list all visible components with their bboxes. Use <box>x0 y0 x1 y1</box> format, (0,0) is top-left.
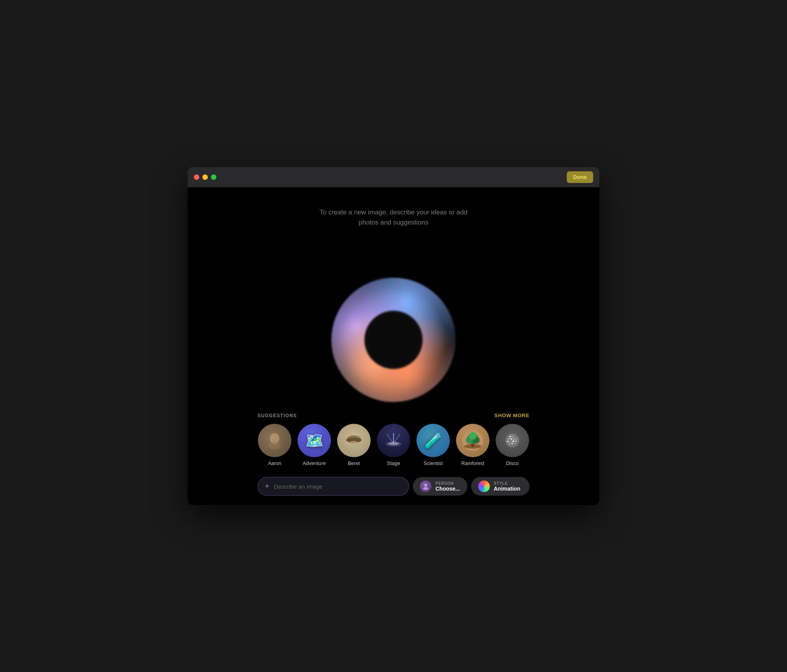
person-mainlabel: Choose... <box>435 486 460 492</box>
suggestion-icon-scientist: 🧪 <box>416 424 450 457</box>
style-mainlabel: Animation <box>494 486 520 492</box>
describe-input[interactable] <box>274 483 402 490</box>
orb-glow <box>331 278 456 402</box>
person-button[interactable]: PERSON Choose... <box>413 477 467 496</box>
suggestion-item-scientist[interactable]: 🧪 Scientist <box>416 424 450 466</box>
svg-rect-30 <box>514 443 516 444</box>
svg-point-31 <box>510 436 511 437</box>
suggestion-item-aaron[interactable]: Aaron <box>258 424 291 466</box>
close-button[interactable] <box>194 174 199 180</box>
person-sublabel: PERSON <box>435 481 454 486</box>
suggestion-item-rainforest[interactable]: Rainforest <box>456 424 489 466</box>
suggestion-item-beret[interactable]: Beret <box>337 424 371 466</box>
svg-rect-20 <box>508 438 510 440</box>
suggestion-label-rainforest: Rainforest <box>461 460 484 466</box>
suggestion-icon-stage <box>377 424 410 457</box>
person-text-group: PERSON Choose... <box>435 481 460 492</box>
show-more-button[interactable]: SHOW MORE <box>494 413 529 418</box>
suggestions-section: SUGGESTIONS SHOW MORE Aaron <box>188 405 599 472</box>
traffic-lights <box>194 174 216 180</box>
style-button[interactable]: STYLE Animation <box>471 477 529 496</box>
suggestion-icon-disco <box>496 424 529 457</box>
svg-rect-27 <box>515 440 517 442</box>
suggestion-icon-rainforest <box>456 424 489 457</box>
main-canvas: To create a new image, describe your ide… <box>188 187 599 505</box>
hint-text: To create a new image, describe your ide… <box>320 207 468 227</box>
suggestions-grid: Aaron 🗺️ Adventure <box>258 424 529 466</box>
sparkle-icon: ✦ <box>264 482 270 491</box>
suggestion-icon-beret <box>337 424 371 457</box>
svg-point-34 <box>424 484 427 487</box>
svg-point-16 <box>469 432 477 440</box>
suggestion-item-disco[interactable]: Disco <box>496 424 529 466</box>
maximize-button[interactable] <box>211 174 216 180</box>
orb-ring <box>331 278 456 402</box>
titlebar: Done <box>188 167 599 187</box>
svg-point-35 <box>423 487 428 490</box>
svg-rect-22 <box>513 438 515 440</box>
app-window: Done To create a new image, describe you… <box>188 167 599 505</box>
style-sublabel: STYLE <box>494 481 508 486</box>
toolbar-row: ✦ PERSON Choose... <box>188 472 599 505</box>
suggestions-header: SUGGESTIONS SHOW MORE <box>258 413 529 418</box>
suggestion-label-aaron: Aaron <box>268 460 282 466</box>
suggestion-item-stage[interactable]: Stage <box>377 424 410 466</box>
svg-rect-21 <box>510 438 512 440</box>
orb-animation <box>331 278 456 402</box>
svg-rect-29 <box>511 443 513 444</box>
suggestion-label-stage: Stage <box>387 460 400 466</box>
style-text-group: STYLE Animation <box>494 481 520 492</box>
svg-rect-28 <box>508 443 510 444</box>
suggestion-label-disco: Disco <box>506 460 519 466</box>
svg-rect-19 <box>512 436 514 437</box>
suggestion-label-beret: Beret <box>348 460 360 466</box>
svg-point-4 <box>350 441 358 444</box>
svg-rect-23 <box>516 438 518 440</box>
svg-rect-26 <box>512 440 514 442</box>
suggestion-icon-adventure: 🗺️ <box>298 424 331 457</box>
style-orb-icon <box>478 480 490 492</box>
minimize-button[interactable] <box>202 174 208 180</box>
svg-point-32 <box>515 439 516 440</box>
bottom-panel: SUGGESTIONS SHOW MORE Aaron <box>188 405 599 505</box>
svg-rect-25 <box>510 440 512 442</box>
suggestion-icon-aaron <box>258 424 291 457</box>
svg-point-1 <box>268 442 281 449</box>
suggestion-label-scientist: Scientist <box>423 460 442 466</box>
suggestions-label: SUGGESTIONS <box>258 413 297 418</box>
suggestion-label-adventure: Adventure <box>303 460 326 466</box>
describe-input-container[interactable]: ✦ <box>258 477 409 496</box>
svg-point-33 <box>507 441 508 442</box>
person-avatar-icon <box>420 480 432 492</box>
suggestion-item-adventure[interactable]: 🗺️ Adventure <box>298 424 331 466</box>
done-button[interactable]: Done <box>567 171 593 183</box>
